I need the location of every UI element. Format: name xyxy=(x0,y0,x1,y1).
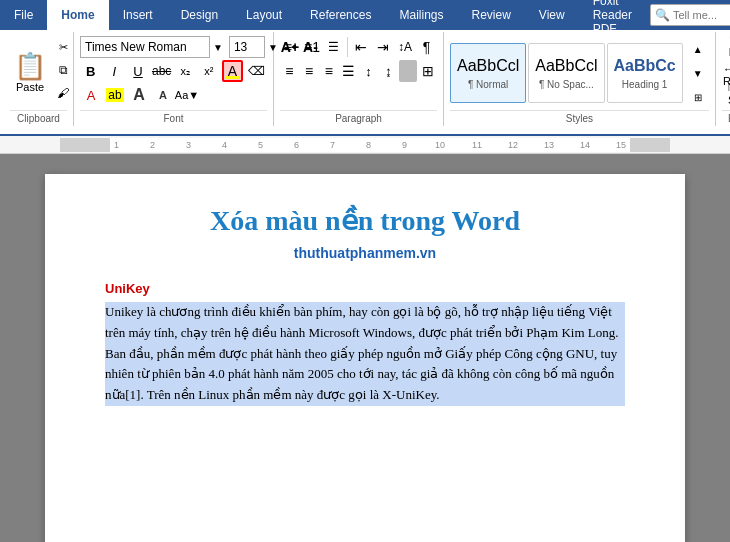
increase-indent-button[interactable]: ⇥ xyxy=(373,36,394,58)
bullets-button[interactable]: ≡• xyxy=(280,36,301,58)
align-right-button[interactable]: ≡ xyxy=(320,60,339,82)
clipboard-label: Clipboard xyxy=(10,110,67,126)
paragraph-label: Paragraph xyxy=(280,110,437,126)
borders-button[interactable]: ⊞ xyxy=(418,60,437,82)
italic-button[interactable]: I xyxy=(104,60,126,82)
format-painter-button[interactable]: 🖌 xyxy=(52,82,74,104)
highlight-color-icon: ab xyxy=(106,88,123,102)
font-size-small-btn[interactable]: A xyxy=(152,84,174,106)
tab-insert[interactable]: Insert xyxy=(109,0,167,30)
clipboard-section: 📋 Paste ✂ ⧉ 🖌 Clipboard xyxy=(4,32,74,126)
paste-button[interactable]: 📋 Paste xyxy=(10,36,50,110)
line-spacing-button[interactable]: ↕ xyxy=(359,60,378,82)
editing-section: 🔍 Find ▼ ↔ Replace ⇱ Select ▼ Editing xyxy=(716,32,730,126)
shading-button[interactable] xyxy=(399,60,418,82)
style-normal[interactable]: AaBbCcl ¶ Normal xyxy=(450,43,526,103)
styles-more[interactable]: ⊞ xyxy=(687,86,709,108)
tab-foxit[interactable]: Foxit Reader PDF xyxy=(579,0,646,30)
document-body[interactable]: Unikey là chương trình điều khiển bàn ph… xyxy=(105,302,625,406)
style-no-spacing[interactable]: AaBbCcl ¶ No Spac... xyxy=(528,43,604,103)
multilevel-list-button[interactable]: ☰ xyxy=(323,36,344,58)
tab-file[interactable]: File xyxy=(0,0,47,30)
tab-home[interactable]: Home xyxy=(47,0,108,30)
tab-bar: File Home Insert Design Layout Reference… xyxy=(0,0,730,30)
change-case-button[interactable]: Aa▼ xyxy=(176,84,198,106)
style-heading1[interactable]: AaBbCc Heading 1 xyxy=(607,43,683,103)
search-input[interactable] xyxy=(673,9,730,21)
format-painter-icon: 🖌 xyxy=(57,86,69,100)
select-button[interactable]: ⇱ Select ▼ xyxy=(722,88,730,110)
show-hide-button[interactable]: ¶ xyxy=(416,36,437,58)
styles-scroll-up[interactable]: ▲ xyxy=(687,38,709,60)
document-area[interactable]: Xóa màu nền trong Word thuthuatphanmem.v… xyxy=(0,154,730,542)
paragraph-section: ≡• ≡1 ☰ ⇤ ⇥ ↕A ¶ ≡ ≡ ≡ ☰ ↕ ↨ ⊞ Paragraph xyxy=(274,32,444,126)
decrease-indent-button[interactable]: ⇤ xyxy=(351,36,372,58)
highlight-color-button[interactable]: ab xyxy=(104,84,126,106)
editing-label: Editing xyxy=(722,110,730,126)
cut-button[interactable]: ✂ xyxy=(52,36,74,58)
section-heading: UniKey xyxy=(105,281,625,296)
tab-design[interactable]: Design xyxy=(167,0,232,30)
styles-scroll-down[interactable]: ▼ xyxy=(687,62,709,84)
align-center-button[interactable]: ≡ xyxy=(300,60,319,82)
ribbon-bottom-bar xyxy=(0,126,730,136)
styles-section: AaBbCcl ¶ Normal AaBbCcl ¶ No Spac... Aa… xyxy=(444,32,716,126)
search-box[interactable]: 🔍 xyxy=(650,4,730,26)
align-left-button[interactable]: ≡ xyxy=(280,60,299,82)
numbering-button[interactable]: ≡1 xyxy=(302,36,323,58)
font-size-large-btn[interactable]: A xyxy=(128,84,150,106)
subscript-button[interactable]: x₂ xyxy=(174,60,196,82)
font-size-input[interactable] xyxy=(229,36,265,58)
cut-icon: ✂ xyxy=(59,41,68,54)
underline-button[interactable]: U xyxy=(127,60,149,82)
search-icon: 🔍 xyxy=(655,8,670,22)
font-name-dropdown-icon[interactable]: ▼ xyxy=(213,42,223,53)
para-spacing-button[interactable]: ↨ xyxy=(379,60,398,82)
document-title: Xóa màu nền trong Word xyxy=(105,204,625,237)
tab-references[interactable]: References xyxy=(296,0,385,30)
strikethrough-button[interactable]: abc xyxy=(151,60,173,82)
text-highlight-button[interactable]: A xyxy=(222,60,244,82)
superscript-button[interactable]: x² xyxy=(198,60,220,82)
document-subtitle: thuthuatphanmem.vn xyxy=(105,245,625,261)
tab-mailings[interactable]: Mailings xyxy=(385,0,457,30)
bold-button[interactable]: B xyxy=(80,60,102,82)
ribbon: 📋 Paste ✂ ⧉ 🖌 Clipboard xyxy=(0,30,730,136)
document-page: Xóa màu nền trong Word thuthuatphanmem.v… xyxy=(45,174,685,542)
clear-format-button[interactable]: ⌫ xyxy=(245,60,267,82)
justify-button[interactable]: ☰ xyxy=(339,60,358,82)
copy-button[interactable]: ⧉ xyxy=(52,59,74,81)
para-row-2: ≡ ≡ ≡ ☰ ↕ ↨ ⊞ xyxy=(280,60,437,82)
find-button[interactable]: 🔍 Find ▼ xyxy=(722,40,730,62)
copy-icon: ⧉ xyxy=(59,63,68,77)
styles-gallery: AaBbCcl ¶ Normal AaBbCcl ¶ No Spac... Aa… xyxy=(450,36,709,110)
sort-button[interactable]: ↕A xyxy=(395,36,416,58)
tab-view[interactable]: View xyxy=(525,0,579,30)
ruler: 1 2 3 4 5 6 7 8 9 10 11 12 13 14 15 16 xyxy=(0,136,730,154)
tab-review[interactable]: Review xyxy=(457,0,524,30)
font-color-button[interactable]: A xyxy=(80,84,102,106)
font-color-icon: A xyxy=(87,88,96,103)
font-section: ▼ ▼ A+ A- B I U abc x₂ x² A ⌫ xyxy=(74,32,274,126)
font-name-input[interactable] xyxy=(80,36,210,58)
ribbon-body: 📋 Paste ✂ ⧉ 🖌 Clipboard xyxy=(0,30,730,126)
tab-layout[interactable]: Layout xyxy=(232,0,296,30)
paste-icon: 📋 xyxy=(14,53,46,79)
para-row-1: ≡• ≡1 ☰ ⇤ ⇥ ↕A ¶ xyxy=(280,36,437,58)
font-label: Font xyxy=(80,110,267,126)
styles-label: Styles xyxy=(450,110,709,126)
